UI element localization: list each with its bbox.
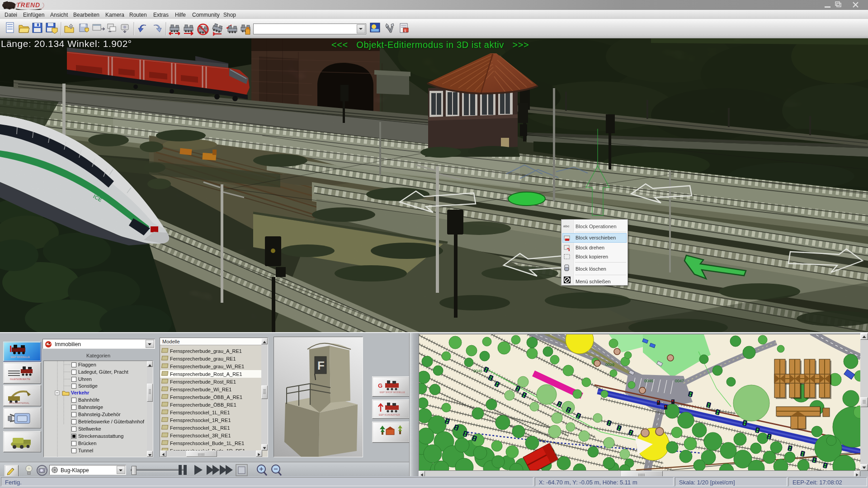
svg-text:EEP MODELLE: EEP MODELLE [11, 356, 30, 358]
svg-text:0029: 0029 [605, 362, 614, 367]
svg-text:0046: 0046 [473, 369, 482, 373]
svg-text:0046: 0046 [644, 379, 653, 383]
svg-text:abc: abc [563, 224, 570, 228]
svg-text:EEP SHOP MODELLE: EEP SHOP MODELLE [380, 391, 405, 394]
svg-text:0047: 0047 [675, 379, 684, 383]
svg-text:F: F [317, 359, 325, 372]
svg-text:ROLLMATERIAL: ROLLMATERIAL [9, 402, 30, 404]
svg-text:GLEISOBJEKTE: GLEISOBJEKTE [10, 378, 30, 380]
svg-text:G: G [378, 382, 382, 389]
svg-text:EEP KONVERTER: EEP KONVERTER [379, 413, 400, 416]
svg-text:§: § [404, 28, 406, 33]
